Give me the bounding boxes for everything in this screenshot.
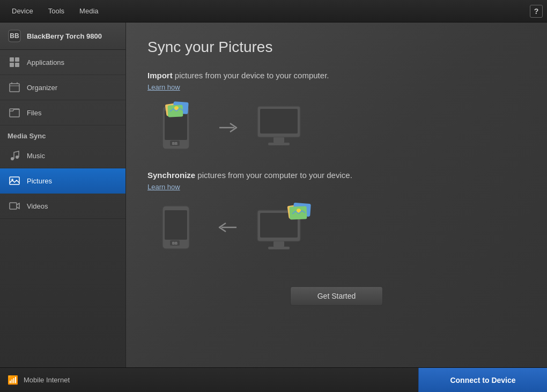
svg-rect-3 <box>15 57 19 62</box>
music-icon <box>8 149 21 162</box>
svg-point-11 <box>11 157 14 160</box>
menu-device[interactable]: Device <box>4 4 41 18</box>
status-bar: 📶 Mobile Internet Connect to Device <box>0 367 547 392</box>
sync-learn-how-link[interactable]: Learn how <box>147 183 180 191</box>
main-layout: BB BlackBerry Torch 9800 Applications <box>0 23 547 367</box>
music-label: Music <box>27 152 45 160</box>
sidebar-item-videos[interactable]: Videos <box>0 194 125 219</box>
monitor-device-sync <box>255 202 314 253</box>
sidebar-item-organizer[interactable]: Organizer <box>0 75 125 100</box>
sidebar-device-entry[interactable]: BB BlackBerry Torch 9800 <box>0 23 125 50</box>
svg-text:BB: BB <box>172 142 178 145</box>
import-title: Import pictures from your device to your… <box>147 71 526 80</box>
status-left: 📶 Mobile Internet <box>0 375 418 385</box>
pictures-label: Pictures <box>27 177 52 185</box>
help-button[interactable]: ? <box>530 5 543 18</box>
sync-diagram: BB <box>158 201 526 254</box>
svg-rect-26 <box>260 109 298 134</box>
menu-tools[interactable]: Tools <box>41 4 72 18</box>
svg-text:BB: BB <box>172 241 178 245</box>
svg-rect-27 <box>274 137 284 143</box>
main-content: Sync your Pictures Import pictures from … <box>126 23 547 367</box>
arrow-right-icon <box>217 120 239 136</box>
svg-point-12 <box>16 156 19 159</box>
page-title: Sync your Pictures <box>147 39 526 56</box>
sync-title: Synchronize pictures from your computer … <box>147 171 526 180</box>
svg-rect-2 <box>10 57 14 62</box>
svg-rect-5 <box>15 63 19 67</box>
connect-to-device-button[interactable]: Connect to Device <box>418 368 547 392</box>
import-bold: Import <box>147 71 173 80</box>
blackberry-logo-icon: BB <box>8 29 21 43</box>
import-diagram: BB <box>158 101 526 154</box>
svg-rect-30 <box>165 210 187 240</box>
svg-rect-4 <box>10 63 14 67</box>
menu-bar: Device Tools Media ? <box>0 0 547 23</box>
mobile-internet-icon: 📶 <box>8 375 18 385</box>
monitor-device-import <box>255 103 308 152</box>
phone-device-sync: BB <box>158 201 201 254</box>
sidebar-item-music[interactable]: Music <box>0 143 125 168</box>
media-sync-section-label: Media Sync <box>0 125 125 143</box>
import-section: Import pictures from your device to your… <box>147 71 526 154</box>
sync-rest: pictures from your computer to your devi… <box>197 171 352 180</box>
menu-media[interactable]: Media <box>72 4 106 18</box>
get-started-button[interactable]: Get Started <box>290 286 383 306</box>
svg-rect-13 <box>10 177 19 184</box>
svg-rect-36 <box>274 241 284 247</box>
sidebar: BB BlackBerry Torch 9800 Applications <box>0 23 126 367</box>
import-learn-how-link[interactable]: Learn how <box>147 83 180 91</box>
device-name-label: BlackBerry Torch 9800 <box>27 32 102 40</box>
svg-rect-15 <box>10 203 17 209</box>
import-rest: pictures from your device to your comput… <box>175 71 329 80</box>
sync-section: Synchronize pictures from your computer … <box>147 171 526 254</box>
apps-icon <box>8 55 21 69</box>
files-icon <box>8 106 21 120</box>
applications-label: Applications <box>27 58 64 66</box>
videos-icon <box>8 199 21 213</box>
videos-label: Videos <box>27 202 48 210</box>
sidebar-item-pictures[interactable]: Pictures <box>0 168 125 194</box>
svg-rect-10 <box>10 109 19 117</box>
sync-bold: Synchronize <box>147 171 195 180</box>
arrow-left-icon <box>217 219 239 235</box>
organizer-icon <box>8 80 21 94</box>
svg-rect-37 <box>268 247 290 249</box>
pictures-icon <box>8 174 21 188</box>
organizer-label: Organizer <box>27 84 57 92</box>
phone-device-import: BB <box>158 101 201 154</box>
svg-rect-6 <box>10 84 19 92</box>
svg-text:BB: BB <box>10 32 19 40</box>
sidebar-item-applications[interactable]: Applications <box>0 50 125 75</box>
mobile-internet-label: Mobile Internet <box>24 376 70 384</box>
svg-rect-28 <box>268 143 290 145</box>
sidebar-item-files[interactable]: Files <box>0 100 125 125</box>
files-label: Files <box>27 109 41 117</box>
